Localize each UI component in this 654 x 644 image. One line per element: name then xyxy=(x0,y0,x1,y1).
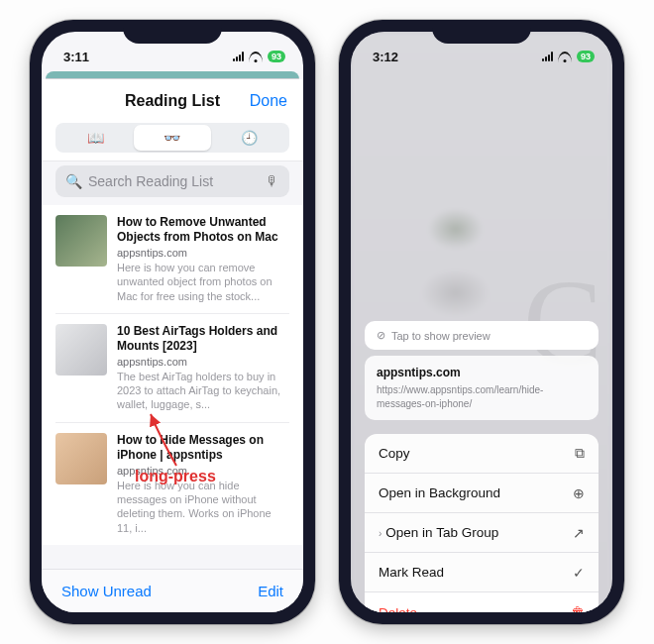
iphone-right: C 3:12 93 ⊘ Tap to show preview appsntip… xyxy=(339,20,624,624)
toolbar: Show Unread Edit xyxy=(42,569,303,612)
check-circle-icon: ✓ xyxy=(573,565,585,581)
item-domain: appsntips.com xyxy=(117,247,289,259)
open-background-icon: ⊕ xyxy=(573,485,585,501)
reading-glasses-icon: 👓 xyxy=(164,130,180,146)
edit-button[interactable]: Edit xyxy=(258,583,283,599)
thumbnail xyxy=(55,433,107,484)
item-summary: Here is how you can hide messages on iPh… xyxy=(117,479,289,535)
search-icon: 🔍 xyxy=(65,173,82,189)
seg-reading-list[interactable]: 👓 xyxy=(134,125,210,151)
battery-icon: 93 xyxy=(268,51,285,62)
notch xyxy=(432,20,531,44)
wifi-icon xyxy=(558,52,572,62)
link-info-card: appsntips.com https://www.appsntips.com/… xyxy=(365,356,599,420)
iphone-left: 3:11 93 Reading List Done 📖 👓 🕘 xyxy=(30,20,315,624)
open-new-icon: ↗ xyxy=(573,525,585,541)
trash-icon: 🗑 xyxy=(571,604,585,612)
seg-bookmarks[interactable]: 📖 xyxy=(57,125,134,151)
seg-history[interactable]: 🕘 xyxy=(211,125,287,151)
search-placeholder: Search Reading List xyxy=(88,173,213,189)
reading-list-item[interactable]: 10 Best AirTags Holders and Mounts [2023… xyxy=(55,314,289,423)
mic-icon[interactable]: 🎙 xyxy=(266,173,279,189)
menu-copy[interactable]: Copy ⧉ xyxy=(365,434,599,474)
tap-to-show-preview[interactable]: ⊘ Tap to show preview xyxy=(365,321,599,350)
battery-icon: 93 xyxy=(577,51,595,62)
item-title: How to Remove Unwanted Objects from Phot… xyxy=(117,215,289,245)
notch xyxy=(123,20,222,44)
signal-icon xyxy=(542,52,553,61)
menu-mark-read[interactable]: Mark Read ✓ xyxy=(365,553,599,592)
copy-icon: ⧉ xyxy=(575,445,585,462)
view-segmented-control[interactable]: 📖 👓 🕘 xyxy=(55,123,289,153)
sheet-behind-edge xyxy=(46,71,299,79)
clock-icon: 🕘 xyxy=(241,130,258,146)
menu-delete[interactable]: Delete 🗑 xyxy=(365,592,599,612)
wifi-icon xyxy=(249,52,263,62)
status-time: 3:12 xyxy=(373,50,398,64)
reading-list: How to Remove Unwanted Objects from Phot… xyxy=(42,205,303,545)
thumbnail xyxy=(55,324,107,376)
link-domain: appsntips.com xyxy=(377,366,587,379)
context-popover: ⊘ Tap to show preview appsntips.com http… xyxy=(365,321,599,612)
open-book-icon: 📖 xyxy=(87,130,104,146)
thumbnail xyxy=(55,215,107,267)
page-title: Reading List xyxy=(125,92,220,110)
item-domain: appsntips.com xyxy=(117,465,289,477)
preview-collapsed-icon: ⊘ xyxy=(377,329,385,342)
item-title: 10 Best AirTags Holders and Mounts [2023… xyxy=(117,324,289,354)
item-title: How to Hide Messages on iPhone | appsnti… xyxy=(117,433,289,463)
search-input[interactable]: 🔍 Search Reading List 🎙 xyxy=(55,165,289,197)
context-menu: Copy ⧉ Open in Background ⊕ ›Open in Tab… xyxy=(365,434,599,612)
menu-open-tab-group[interactable]: ›Open in Tab Group ↗ xyxy=(365,513,599,553)
status-time: 3:11 xyxy=(63,50,89,64)
sheet-header: Reading List Done 📖 👓 🕘 xyxy=(42,79,303,161)
reading-list-item[interactable]: How to Remove Unwanted Objects from Phot… xyxy=(55,205,289,314)
link-url: https://www.appsntips.com/learn/hide-mes… xyxy=(377,383,587,410)
item-summary: The best AirTag holders to buy in 2023 t… xyxy=(117,370,289,412)
item-domain: appsntips.com xyxy=(117,356,289,368)
done-button[interactable]: Done xyxy=(250,92,287,110)
signal-icon xyxy=(233,52,244,61)
menu-open-background[interactable]: Open in Background ⊕ xyxy=(365,474,599,513)
reading-list-item[interactable]: How to Hide Messages on iPhone | appsnti… xyxy=(55,423,289,545)
item-summary: Here is how you can remove unwanted obje… xyxy=(117,261,289,303)
show-unread-button[interactable]: Show Unread xyxy=(61,583,152,599)
chevron-right-icon: › xyxy=(379,528,382,539)
